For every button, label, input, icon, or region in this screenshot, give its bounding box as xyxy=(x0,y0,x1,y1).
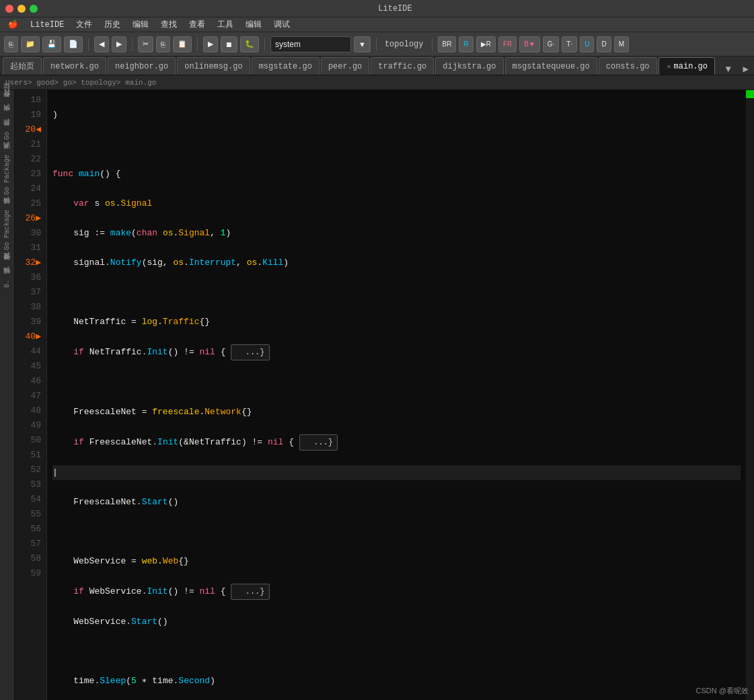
toolbar-btn-d[interactable]: D xyxy=(597,36,611,52)
toolbar-btn-u[interactable]: U xyxy=(580,36,594,52)
toolbar-forward[interactable]: ▶ xyxy=(112,36,126,52)
menu-debug[interactable]: 调试 xyxy=(268,19,295,30)
tab-label: 起始页 xyxy=(10,61,34,72)
code-line-39: WebService = web.Web{} xyxy=(52,554,741,569)
sidebar-gotest[interactable]: 5.Go Package测试 xyxy=(1,152,13,206)
toolbar-btn-b[interactable]: B▼ xyxy=(519,36,540,52)
sidebar-open-files[interactable]: 2.打开文件 xyxy=(1,100,13,113)
title-bar: LiteIDE xyxy=(0,0,754,17)
code-line-19 xyxy=(52,137,741,152)
menu-bar: 🍎 LiteIDE 文件 历史 编辑 查找 查看 工具 编辑 调试 xyxy=(0,17,754,32)
line-numbers: 18 19 20◀ 21 22 23 24 25 26▶ 30 31 32▶ 3… xyxy=(15,90,47,700)
tabs-scroll-arrow[interactable]: ▼ xyxy=(723,64,734,75)
window-title: LiteIDE xyxy=(42,4,749,13)
tab-label: neighbor.go xyxy=(115,62,168,71)
toolbar-sep-5 xyxy=(376,38,377,51)
menu-edit[interactable]: 编辑 xyxy=(127,19,154,30)
menu-apple[interactable]: 🍎 xyxy=(3,20,24,30)
tab-dijkstra[interactable]: dijkstra.go xyxy=(435,57,503,75)
toolbar-debug[interactable]: 🐛 xyxy=(240,36,259,52)
toolbar-build[interactable]: ▶ xyxy=(203,36,218,52)
tab-peer[interactable]: peer.go xyxy=(321,57,369,75)
tabs-more-arrow[interactable]: ▶ xyxy=(741,63,751,75)
maximize-button[interactable] xyxy=(30,5,38,13)
tab-qishi[interactable]: 起始页 xyxy=(3,57,42,75)
toolbar-open[interactable]: 📁 xyxy=(21,36,40,52)
toolbar-btn-fr[interactable]: FR xyxy=(498,36,517,52)
code-line-32: if FreescaleNet.Init(&NetTraffic) != nil… xyxy=(52,434,741,451)
code-line-20: func main() { xyxy=(52,167,741,182)
tab-label: main.go xyxy=(674,62,708,71)
code-line-46: time.Sleep(5 ∗ time.Second) xyxy=(52,674,741,689)
toolbar-paste[interactable]: 📋 xyxy=(173,36,192,52)
code-line-25: NetTraffic = log.Traffic{} xyxy=(52,315,741,329)
toolbar-sep-2 xyxy=(132,38,133,51)
sidebar-edit[interactable]: 8.编辑 xyxy=(1,277,13,290)
breadcrumb-path: Users> good> go> topology> main.go xyxy=(5,79,156,87)
toolbar-btn-r3[interactable]: ▶R xyxy=(476,36,496,52)
toolbar: ⎘ 📁 💾 📄 ◀ ▶ ✂ ⎘ 📋 ▶ ⏹ 🐛 ▼ topology BR R … xyxy=(0,32,754,56)
toolbar-copy[interactable]: ⎘ xyxy=(156,36,170,52)
tab-consts[interactable]: consts.go xyxy=(599,57,657,75)
menu-view[interactable]: 查看 xyxy=(184,19,211,30)
toolbar-sep-3 xyxy=(197,38,198,51)
tab-msgstate[interactable]: msgstate.go xyxy=(252,57,319,75)
tab-onlinemsg[interactable]: onlinemsg.go xyxy=(177,57,250,75)
code-line-37: FreescaleNet.Start() xyxy=(52,495,741,510)
sidebar-godoc[interactable]: 4.Go文档 xyxy=(1,129,13,151)
toolbar-new[interactable]: ⎘ xyxy=(4,36,18,52)
code-line-22: sig := make(chan os.Signal, 1) xyxy=(52,226,741,241)
tab-msgstatequeue[interactable]: msgstatequeue.go xyxy=(505,57,597,75)
code-line-21: var s os.Signal xyxy=(52,196,741,211)
menu-file[interactable]: 文件 xyxy=(71,19,98,30)
menu-liteid[interactable]: LiteIDE xyxy=(25,20,69,30)
topology-label: topology xyxy=(382,40,426,49)
menu-tools[interactable]: 工具 xyxy=(212,19,239,30)
tab-label: dijkstra.go xyxy=(443,62,496,71)
tab-close-icon[interactable]: ✕ xyxy=(667,63,671,71)
sidebar-run[interactable]: 运行 xyxy=(1,93,13,98)
code-line-31: FreescaleNet = freescale.Network{} xyxy=(52,405,741,420)
tab-label: msgstate.go xyxy=(259,62,312,71)
tab-label: network.go xyxy=(50,62,99,71)
toolbar-btn-m[interactable]: M xyxy=(614,36,629,52)
project-dropdown[interactable]: ▼ xyxy=(354,36,371,52)
tab-neighbor[interactable]: neighbor.go xyxy=(108,57,176,75)
breadcrumb: Users> good> go> topology> main.go xyxy=(0,75,754,90)
minimize-button[interactable] xyxy=(17,5,26,13)
tab-bar: 起始页 network.go neighbor.go onlinemsg.go … xyxy=(0,56,754,75)
toolbar-back[interactable]: ◀ xyxy=(94,36,109,52)
toolbar-sep-1 xyxy=(88,38,89,51)
tab-label: peer.go xyxy=(328,62,362,71)
code-content[interactable]: ) func main() { var s os.Signal sig := m… xyxy=(47,90,746,700)
code-line-30 xyxy=(52,375,741,390)
menu-format[interactable]: 编辑 xyxy=(240,19,267,30)
editor[interactable]: 18 19 20◀ 21 22 23 24 25 26▶ 30 31 32▶ 3… xyxy=(15,90,754,700)
sidebar-filemgr[interactable]: 7.文件管理 xyxy=(1,262,13,276)
sidebar-goedit[interactable]: 6.Go Package编辑 xyxy=(1,207,13,261)
tab-label: traffic.go xyxy=(378,62,426,71)
code-line-23: signal.Notify(sig, os.Interrupt, os.Kill… xyxy=(52,256,741,270)
project-input[interactable] xyxy=(270,36,351,52)
toolbar-sep-6 xyxy=(432,38,432,51)
sidebar-outline[interactable]: 3.大纲 xyxy=(1,114,13,128)
toolbar-btn-r1[interactable]: BR xyxy=(438,36,457,52)
code-line-38 xyxy=(52,524,741,539)
tab-network[interactable]: network.go xyxy=(43,57,106,75)
menu-find[interactable]: 查找 xyxy=(155,19,182,30)
code-line-44: WebService.Start() xyxy=(52,615,741,629)
code-line-40: if WebService.Init() != nil { ...} xyxy=(52,584,741,600)
menu-history[interactable]: 历史 xyxy=(99,19,126,30)
toolbar-save[interactable]: 💾 xyxy=(42,36,61,52)
toolbar-stop[interactable]: ⏹ xyxy=(221,36,237,52)
toolbar-sep-4 xyxy=(264,38,265,51)
code-line-26: if NetTraffic.Init() != nil { ...} xyxy=(52,344,741,360)
tab-main[interactable]: ✕ main.go xyxy=(658,57,715,75)
toolbar-btn-t[interactable]: T· xyxy=(562,36,577,52)
toolbar-btn-g[interactable]: G· xyxy=(543,36,560,52)
toolbar-btn-r2[interactable]: R xyxy=(459,36,473,52)
toolbar-cut[interactable]: ✂ xyxy=(138,36,153,52)
toolbar-saveas[interactable]: 📄 xyxy=(64,36,83,52)
tab-traffic[interactable]: traffic.go xyxy=(371,57,434,75)
close-button[interactable] xyxy=(5,5,13,13)
